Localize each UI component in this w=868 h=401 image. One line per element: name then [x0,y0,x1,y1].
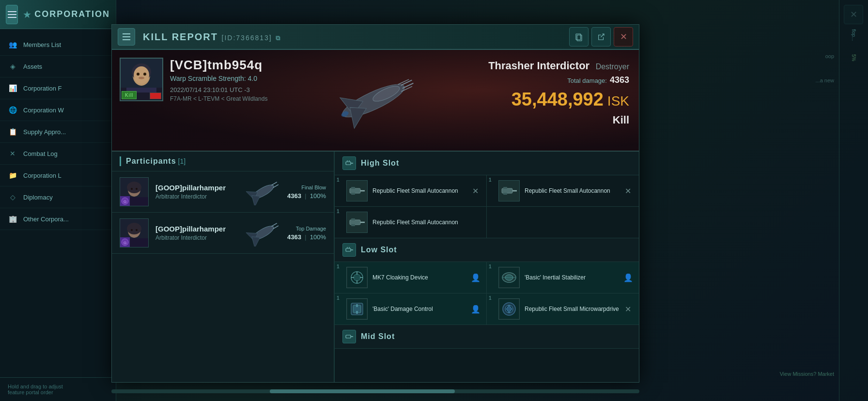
low-slot-item-4[interactable]: 1 Republic Fleet Small Microwarpdrive ✕ [487,293,639,324]
modal-header: KILL REPORT [ID:7366813] ⧉ ✕ [112,25,639,50]
high-slot-header: High Slot [335,152,639,175]
participant-ship-icon-1 [244,177,282,206]
autocannon-icon-2 [498,180,520,201]
sidebar-footer-text: Hold and drag to adjustfeature portal or… [8,384,63,395]
svg-text:G: G [124,200,126,204]
low-slot-number-1: 1 [337,264,340,269]
header-bar-accent [120,156,121,166]
participant-ship-svg-1 [245,179,281,205]
bg-hint-2: ...a new [815,77,834,83]
low-slot-item-2[interactable]: 1 'Basic' Inertial Stabilizer 👤 [487,262,639,293]
low-slot-person-2: 👤 [623,273,633,282]
supply-icon: 📋 [8,127,17,137]
mid-slot-title: Mid Slot [361,332,395,341]
sidebar-item-corporation-f[interactable]: 📊 Corporation F [0,77,116,99]
svg-rect-62 [350,220,360,225]
corp-w-icon: 🌐 [8,105,17,115]
participant-portrait-1: G [120,177,149,206]
high-slot-empty-1 [487,207,639,238]
diplomacy-icon: ◇ [8,192,17,202]
sidebar-item-diplomacy[interactable]: ◇ Diplomacy [0,186,116,208]
svg-point-37 [131,229,133,231]
kill-outcome-label: Kill [488,114,629,126]
stabilizer-svg [499,268,519,287]
sidebar-item-corporation-w[interactable]: 🌐 Corporation W [0,99,116,121]
autocannon-svg-2 [499,181,519,200]
low-slot-item-3[interactable]: 1 'Basic' Damage Control 👤 [335,293,487,324]
svg-point-6 [134,66,149,84]
slots-panel[interactable]: High Slot 1 Republic Fleet [335,152,639,382]
sidebar-item-combat-log[interactable]: ✕ Combat Log [0,143,116,165]
sidebar-item-members-list[interactable]: 👥 Members List [0,34,116,56]
copy-id-icon[interactable]: ⧉ [276,34,281,42]
low-slot-name-3: 'Basic' Damage Control [372,306,469,312]
svg-rect-89 [346,335,351,338]
high-slot-close-1[interactable]: ✕ [470,185,480,198]
high-slot-item-2[interactable]: 1 Republic Fleet Small Autocannon ✕ [487,175,639,206]
modal-menu-button[interactable] [118,28,135,46]
modal-actions: ✕ [569,27,633,46]
svg-point-7 [137,73,140,76]
svg-rect-55 [351,193,355,195]
cloaking-icon [346,267,368,288]
low-slot-close-4[interactable]: ✕ [623,303,633,316]
microwarpdrive-icon [498,298,520,320]
combat-log-icon: ✕ [8,149,17,158]
kill-report-id: [ID:7366813] [222,34,272,42]
kill-badge: Kill [122,91,137,99]
sidebar-menu-button[interactable] [6,5,18,24]
modal-export-button[interactable] [591,27,611,46]
low-slot-row-2: 1 'Basic' Damage Control 👤 1 [335,293,639,325]
participant-name-1: [GOOP]pillarhamper [155,184,239,192]
participants-title: Participants [126,157,176,166]
right-panel: flop... 5% [839,0,868,401]
participant-item-top-damage[interactable]: G [GOOP]pillarhamper Arbitrator Interdic… [112,213,334,254]
right-hint-5pct: 5% [851,54,856,61]
modal-copy-button[interactable] [569,27,589,46]
bottom-scrollbar[interactable] [111,389,639,393]
participant-stat-row-2: 4363 | 100% [287,233,326,241]
sidebar-item-label: Combat Log [23,150,58,157]
autocannon-svg-3 [347,213,367,232]
svg-point-38 [136,229,138,231]
participant-name-2: [GOOP]pillarhamper [155,225,239,233]
copy-icon [574,32,583,41]
victim-portrait[interactable]: Kill [120,58,163,101]
sidebar-corp-title: CORPORATION [34,9,110,19]
high-slot-close-2[interactable]: ✕ [623,185,633,198]
svg-point-24 [131,188,133,190]
isk-label: ISK [607,93,629,109]
sidebar-item-corporation-l[interactable]: 📁 Corporation L [0,165,116,186]
sidebar-item-label: Corporation F [23,85,62,92]
svg-rect-60 [503,193,507,195]
svg-rect-52 [350,188,360,193]
svg-point-72 [354,274,360,281]
sidebar-item-label: Supply Appro... [23,128,66,136]
microwarpdrive-svg [499,299,519,319]
svg-point-25 [136,188,138,190]
low-slot-header: Low Slot [335,238,639,262]
participants-panel: Participants [1] [112,152,335,382]
participant-item-final-blow[interactable]: G [GOOP]pillarhamper Arbitrator Interdic… [112,171,334,213]
modal-close-button[interactable]: ✕ [614,27,633,46]
sidebar-item-supply[interactable]: 📋 Supply Appro... [0,121,116,143]
high-slot-name-1: Republic Fleet Small Autocannon [372,187,470,194]
sidebar-item-label: Members List [23,41,61,48]
mid-slot-icon [342,330,356,343]
svg-rect-54 [351,187,355,189]
assets-icon: ◈ [8,62,17,71]
high-slot-icon [342,156,356,170]
victim-name: [VCB]tmb954q [170,58,267,73]
right-hint-flop: flop... [851,29,856,41]
high-slot-item-3[interactable]: 1 Republic Fleet Small Autocannon [335,207,487,238]
cloaking-svg [347,268,367,287]
high-slot-item-1[interactable]: 1 Republic Fleet Small Autocannon ✕ [335,175,487,206]
low-slot-item-1[interactable]: 1 MK7 Cloaking Device 👤 [335,262,487,293]
svg-line-32 [271,182,277,185]
modal-title: KILL REPORT [ID:7366813] ⧉ [143,31,569,43]
sidebar-item-other-corpo[interactable]: 🏢 Other Corpora... [0,208,116,230]
sidebar-item-assets[interactable]: ◈ Assets [0,56,116,77]
participant-stat-label-2: Top Damage [287,226,326,231]
svg-rect-64 [351,218,355,220]
corp-f-icon: 📊 [8,83,17,93]
